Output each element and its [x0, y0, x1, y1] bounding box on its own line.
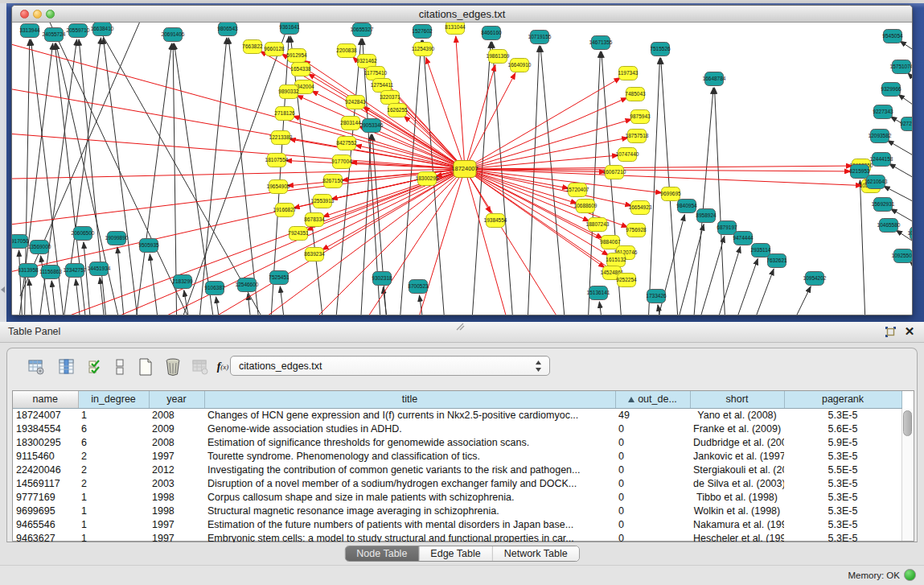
graph-node[interactable]: 8466160 — [481, 27, 502, 40]
table-cell[interactable]: 22420046 — [13, 463, 78, 476]
column-header-year[interactable]: year — [149, 391, 204, 408]
graph-node[interactable]: 1733426 — [646, 290, 667, 303]
graph-node[interactable]: 9699695 — [660, 187, 681, 201]
table-cell[interactable]: Corpus callosum shape and size in male p… — [204, 490, 615, 504]
network-view-window[interactable]: citations_edges.txt 76638229660128591295… — [11, 5, 913, 315]
graph-node[interactable]: 3313944 — [19, 24, 40, 38]
graph-node[interactable]: 18300295 — [416, 172, 439, 186]
table-cell[interactable]: Tourette syndrome. Phenomenology and cla… — [204, 449, 615, 463]
left-panel-collapsed-strip[interactable] — [0, 3, 6, 322]
table-cell[interactable]: 0 — [615, 476, 690, 490]
graph-node[interactable]: 15692931 — [872, 198, 895, 212]
table-cell[interactable]: 0 — [615, 449, 690, 463]
table-row[interactable]: 946554611997Estimation of the future num… — [13, 517, 901, 531]
graph-node[interactable]: 3220371 — [380, 91, 400, 105]
tab-network-table[interactable]: Network Table — [493, 546, 579, 561]
table-cell[interactable]: Nakamura et al. (1997) — [690, 517, 784, 531]
graph-node[interactable]: 11156863 — [39, 266, 62, 279]
graph-node[interactable]: 9660128 — [264, 43, 285, 56]
graph-node[interactable]: 9875943 — [630, 110, 651, 124]
graph-node[interactable]: 9890332 — [278, 85, 299, 99]
graph-node[interactable]: 9302318 — [372, 272, 392, 286]
graph-node[interactable]: 13569000 — [28, 241, 51, 254]
table-cell[interactable]: 49 — [615, 408, 690, 422]
column-header-outde[interactable]: out_de... — [615, 391, 690, 408]
graph-node[interactable]: 14451934 — [88, 262, 111, 276]
table-cell[interactable]: Jankovic et al. (1997) — [690, 449, 784, 463]
graph-node[interactable]: 9272755 — [900, 117, 913, 131]
graph-node[interactable]: 10954202 — [803, 272, 827, 286]
table-cell[interactable]: 9115460 — [13, 449, 78, 463]
network-table-select[interactable]: citations_edges.txt — [230, 356, 550, 376]
graph-node[interactable]: 2183299 — [172, 275, 193, 289]
table-cell[interactable]: Franke et al. (2009) — [690, 422, 784, 435]
table-cell[interactable]: 9777169 — [13, 490, 78, 504]
graph-node[interactable]: 8131044 — [445, 23, 466, 35]
graph-node[interactable]: 9505935 — [138, 239, 159, 253]
graph-node[interactable]: 20606500 — [72, 227, 95, 241]
graph-node[interactable]: 16210643 — [864, 175, 888, 189]
close-panel-icon[interactable]: ✕ — [903, 325, 916, 338]
table-column-button[interactable] — [55, 356, 78, 378]
graph-node[interactable]: 19861369 — [487, 50, 510, 64]
graph-node[interactable]: 19166827 — [273, 204, 297, 217]
table-cell[interactable]: 1 — [78, 504, 149, 517]
table-cell[interactable]: 5.5E-5 — [784, 463, 901, 476]
table-cell[interactable]: 2012 — [149, 463, 204, 476]
table-cell[interactable]: 6 — [78, 435, 149, 449]
graph-node[interactable]: 16648784 — [703, 72, 726, 86]
graph-node[interactable]: 6879197 — [717, 221, 737, 235]
table-cell[interactable]: Wolkin et al. (1998) — [690, 504, 784, 517]
row-height-button[interactable] — [109, 356, 131, 378]
table-cell[interactable]: Investigating the contribution of common… — [204, 463, 615, 476]
graph-node[interactable]: 7515526 — [650, 43, 671, 56]
table-cell[interactable]: Disruption of a novel member of a sodium… — [204, 476, 615, 490]
table-cell[interactable]: 2008 — [149, 408, 204, 422]
scrollbar-thumb[interactable] — [903, 410, 912, 436]
table-cell[interactable]: 2009 — [149, 422, 204, 435]
table-cell[interactable]: Estimation of the future numbers of pati… — [204, 517, 615, 531]
graph-node[interactable]: 18107554 — [265, 154, 289, 167]
table-row[interactable]: 969969511998Structural magnetic resonanc… — [13, 504, 901, 517]
graph-node[interactable]: 3313958 — [18, 264, 39, 278]
graph-node[interactable]: 1626255 — [387, 104, 408, 117]
graph-node[interactable]: 9321462 — [356, 55, 377, 68]
graph-node[interactable]: 9329966 — [881, 83, 901, 97]
table-cell[interactable]: 5.3E-5 — [784, 504, 901, 517]
graph-node[interactable]: 15720407 — [566, 183, 589, 197]
node-table[interactable]: namein_degreeyeartitleout_de...shortpage… — [12, 390, 914, 542]
graph-node[interactable]: 18807243 — [586, 218, 610, 232]
graph-hub-node[interactable]: 18724007 — [451, 161, 478, 178]
graph-node[interactable]: 7632621 — [766, 254, 787, 268]
graph-node[interactable]: 10747440 — [616, 148, 639, 162]
table-cell[interactable]: 14569117 — [13, 476, 78, 490]
table-cell[interactable]: Stergiakouli et al. (2012) — [690, 463, 784, 476]
graph-node[interactable]: 9106387 — [204, 282, 225, 295]
new-document-button[interactable] — [134, 356, 157, 378]
column-header-name[interactable]: name — [13, 391, 78, 408]
graph-node[interactable]: 10925501 — [892, 249, 913, 263]
graph-node[interactable]: 2200838 — [336, 44, 357, 58]
table-row[interactable]: 1938455462009Genome-wide association stu… — [13, 422, 901, 435]
graph-node[interactable]: 1197343 — [618, 67, 639, 80]
graph-node[interactable]: 5912954 — [286, 49, 307, 63]
table-cell[interactable]: 9699695 — [13, 504, 78, 517]
column-header-short[interactable]: short — [690, 391, 784, 408]
graph-node[interactable]: 2935114 — [751, 244, 771, 257]
table-cell[interactable]: 5.3E-5 — [784, 449, 901, 463]
table-settings-button[interactable] — [25, 356, 47, 378]
graph-node[interactable]: 8700523 — [408, 280, 429, 294]
graph-node[interactable]: 8267150 — [322, 175, 343, 188]
graph-node[interactable]: 12093582 — [869, 130, 892, 143]
graph-node[interactable]: 12754411 — [371, 79, 394, 93]
graph-node[interactable]: 8678334 — [304, 213, 325, 227]
graph-node[interactable]: 7485043 — [625, 88, 646, 101]
table-cell[interactable]: 5.3E-5 — [784, 490, 901, 504]
table-cell[interactable]: 5.6E-5 — [784, 422, 901, 435]
graph-node[interactable]: 15136141 — [587, 286, 610, 300]
graph-node[interactable]: 9806543 — [217, 23, 238, 36]
table-cell[interactable]: 1 — [78, 408, 149, 422]
float-panel-icon[interactable] — [885, 326, 897, 338]
tab-edge-table[interactable]: Edge Table — [419, 546, 492, 561]
graph-node[interactable]: 11775410 — [364, 67, 388, 80]
